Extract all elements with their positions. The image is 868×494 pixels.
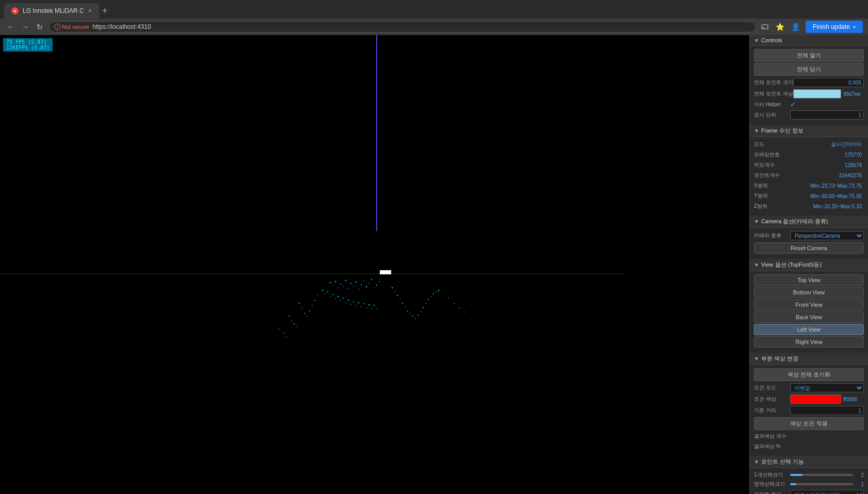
svg-point-44 (368, 304, 370, 306)
reset-camera-button[interactable]: Reset Camera (754, 242, 864, 254)
svg-point-72 (423, 307, 424, 308)
profile-button[interactable]: 👤 (790, 21, 801, 32)
point-color-label: 전체 포인트 색상 (754, 90, 793, 97)
new-tab-button[interactable]: + (99, 3, 111, 19)
box-select-row: 1개선택크기 2 (750, 470, 868, 480)
svg-point-60 (392, 287, 393, 289)
controls-section-header[interactable]: ▼ Controls (750, 35, 868, 46)
back-view-button[interactable]: Back View (754, 311, 864, 323)
open-all-button[interactable]: 전체 열기 (754, 49, 864, 62)
cast-button[interactable] (759, 21, 770, 32)
point-select-collapse-icon: ▼ (754, 459, 759, 465)
reset-color-button[interactable]: 색상 전체 초기화 (754, 368, 864, 381)
mode-label: 모드 (754, 141, 790, 148)
nav-bar: ← → ↻ ! Not secure https://localhost:431… (0, 19, 868, 35)
apply-color-button[interactable]: 색상 조건 적용 (754, 417, 864, 430)
region-select-range-bar[interactable] (790, 483, 853, 485)
svg-point-56 (288, 316, 290, 317)
camera-type-row: 카메라 종류 PerspectiveCamera (750, 230, 868, 241)
finish-update-button[interactable]: Finish update ▾ (806, 21, 863, 33)
svg-point-19 (363, 280, 364, 281)
svg-point-81 (459, 308, 460, 309)
camera-section-content: 카메라 종류 PerspectiveCamera Reset Camera (750, 228, 868, 257)
point-size-input[interactable] (793, 78, 864, 87)
viewport-3d[interactable]: 79 FPS (5.87) 11KEFPS (5.87) (0, 35, 749, 494)
scan-count-row: 막도개수 128678 (750, 160, 868, 170)
tab-favicon: ● (11, 7, 19, 14)
svg-point-27 (325, 293, 326, 294)
svg-point-12 (345, 280, 347, 282)
active-tab[interactable]: ● LG Innotek MLiDAR C × (4, 3, 99, 19)
svg-point-34 (343, 298, 344, 299)
point-color-row: 전체 포인트 색상 99d7ee (750, 88, 868, 100)
color-change-section-header[interactable]: ▼ 부분 색상 변경 (750, 353, 868, 365)
svg-point-76 (433, 293, 435, 295)
camera-section-header[interactable]: ▼ Camera 옵션(카메라 종류) (750, 216, 868, 228)
tab-close-button[interactable]: × (88, 7, 92, 14)
left-view-button[interactable]: Left View (754, 324, 864, 335)
helper-label: 거리 Helper (754, 101, 790, 108)
back-button[interactable]: ← (5, 21, 17, 32)
frame-info-section-header[interactable]: ▼ Frame 수신 정보 (750, 125, 868, 137)
svg-point-40 (358, 302, 360, 304)
svg-point-79 (448, 298, 449, 299)
svg-point-48 (299, 303, 300, 304)
point-color-swatch[interactable] (793, 89, 841, 98)
point-size-row: 전체 포인트 크기 (750, 77, 868, 88)
condition-color-swatch[interactable] (790, 394, 841, 404)
svg-point-32 (337, 296, 339, 298)
svg-point-51 (307, 316, 308, 317)
result-percent-row: 결과색상 % (750, 441, 868, 452)
top-view-button[interactable]: Top View (754, 274, 864, 286)
bottom-view-button[interactable]: Bottom View (754, 287, 864, 298)
result-percent-label: 결과색상 % (754, 443, 790, 450)
browser-chrome: ● LG Innotek MLiDAR C × + ← → ↻ ! Not se… (0, 0, 868, 35)
svg-point-63 (399, 299, 400, 300)
refresh-button[interactable]: ↻ (34, 21, 45, 32)
svg-point-82 (464, 311, 465, 312)
base-dist-row: 기준 거리 (750, 405, 868, 416)
nav-right-controls: ⭐ 👤 Finish update ▾ (759, 21, 863, 33)
svg-point-46 (374, 305, 375, 306)
base-dist-input[interactable] (790, 406, 864, 415)
x-range-value: Min:-23.73~Max:73.75 (790, 183, 864, 189)
svg-point-65 (405, 306, 406, 307)
point-count-label: 포인트개수 (754, 172, 790, 179)
point-select-section-header[interactable]: ▼ 포인트 선택 기능 (750, 456, 868, 468)
svg-point-10 (340, 284, 341, 285)
frame-no-label: 프레임번호 (754, 151, 790, 158)
camera-type-select[interactable]: PerspectiveCamera (790, 231, 864, 240)
forward-button[interactable]: → (20, 21, 31, 32)
helper-checkbox[interactable]: ✓ (790, 101, 796, 108)
condition-mode-label: 조건 모드 (754, 384, 790, 391)
box-select-value: 2 (855, 472, 864, 478)
svg-point-84 (283, 333, 284, 334)
svg-point-7 (332, 285, 333, 286)
region-select-fill (790, 483, 796, 485)
view-section-header[interactable]: ▼ View 옵션 (TopFontS등) (750, 259, 868, 271)
svg-point-17 (358, 289, 359, 290)
svg-point-43 (366, 307, 367, 308)
address-bar[interactable]: ! Not secure https://localhost:4310 (49, 21, 756, 32)
cast-icon (761, 23, 768, 30)
frame-no-value: 175770 (790, 152, 864, 158)
unit-input[interactable] (790, 110, 864, 120)
close-all-button[interactable]: 전체 닫기 (754, 63, 864, 76)
svg-point-59 (296, 326, 297, 327)
svg-point-15 (353, 286, 354, 287)
front-view-button[interactable]: Front View (754, 299, 864, 310)
svg-point-70 (417, 315, 419, 316)
svg-point-77 (436, 291, 437, 292)
color-change-section-label: 부분 색상 변경 (761, 355, 798, 363)
svg-text:!: ! (57, 25, 58, 29)
svg-point-39 (356, 305, 357, 306)
condition-mode-select[interactable]: 이벤값 (790, 383, 864, 392)
unit-row: 표시 단위 (750, 109, 868, 121)
right-view-button[interactable]: Right View (754, 336, 864, 348)
svg-point-49 (301, 308, 302, 309)
bookmark-button[interactable]: ⭐ (775, 21, 786, 32)
frame-info-section-label: Frame 수신 정보 (761, 127, 803, 135)
svg-point-75 (430, 296, 431, 297)
point-find-select[interactable]: 마우스이동(미선택) (790, 490, 864, 494)
box-select-range-bar[interactable] (790, 474, 853, 476)
